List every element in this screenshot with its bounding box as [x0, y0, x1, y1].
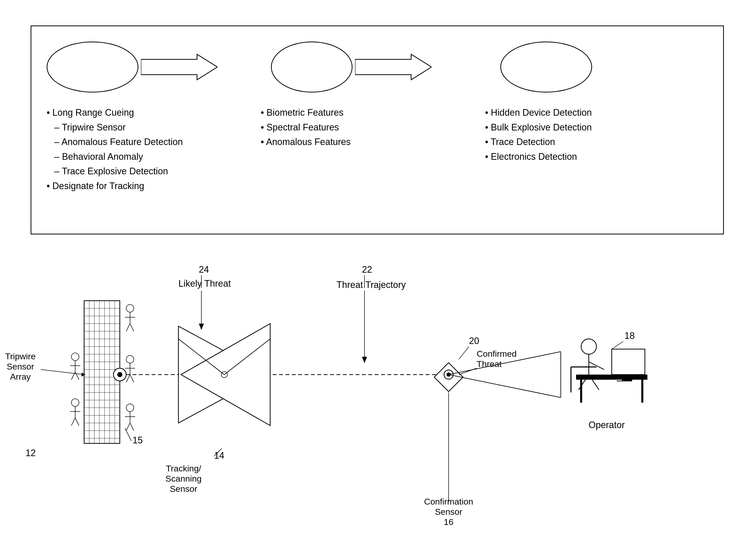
ref-12-label: 12: [26, 448, 36, 458]
bottom-diagram: 15 14 Tracking/ Scanning Sensor 20: [0, 250, 756, 555]
likely-threat-label: Likely Threat: [178, 278, 231, 289]
diagram-svg: 15 14 Tracking/ Scanning Sensor 20: [0, 250, 756, 555]
col2-item-1: Biometric Features: [261, 105, 429, 120]
svg-line-90: [459, 368, 477, 375]
svg-point-37: [126, 355, 134, 363]
ref-15-label: 15: [132, 435, 143, 445]
col3-item-4: Electronics Detection: [485, 149, 694, 164]
svg-line-83: [612, 341, 623, 349]
svg-line-51: [130, 423, 134, 431]
node-track-scan: [271, 42, 352, 92]
svg-line-50: [126, 423, 130, 431]
svg-line-40: [126, 375, 130, 382]
col1-item-4: Behavioral Anomaly: [47, 149, 240, 164]
threat-trajectory-label: Threat Trajectory: [336, 280, 406, 290]
col3-item-1: Hidden Device Detection: [485, 105, 694, 120]
confirmation-sensor-label2: Sensor: [435, 507, 462, 516]
svg-rect-74: [622, 375, 632, 381]
svg-point-76: [581, 339, 596, 354]
svg-line-65: [459, 347, 469, 359]
ref-16-label: 16: [444, 517, 454, 527]
ref-22-label: 22: [362, 264, 372, 275]
col1-item-3: Anomalous Feature Detection: [47, 134, 240, 149]
tripwire-label2: Sensor: [7, 361, 34, 371]
svg-line-31: [130, 324, 134, 331]
svg-rect-73: [612, 349, 645, 375]
svg-line-41: [130, 375, 134, 382]
col2-item-2: Spectral Features: [261, 120, 429, 135]
svg-marker-89: [199, 324, 204, 330]
svg-point-32: [71, 353, 79, 360]
svg-marker-86: [362, 357, 367, 363]
col1-item-5: Trace Explosive Detection: [47, 164, 240, 179]
svg-line-46: [75, 418, 79, 426]
tripwire-label3: Array: [10, 372, 31, 381]
col1-item-2: Tripwire Sensor: [47, 120, 240, 135]
col3-bullets: Hidden Device Detection Bulk Explosive D…: [485, 105, 694, 164]
ref-18-label: 18: [625, 331, 635, 341]
ref-24-label: 24: [199, 264, 209, 275]
tripwire-label: Tripwire: [5, 351, 36, 361]
svg-line-78: [589, 362, 604, 370]
node-early-warning-cue: [47, 42, 138, 92]
col1-bullets: Long Range Cueing Tripwire Sensor Anomal…: [47, 105, 240, 194]
svg-line-45: [71, 418, 75, 426]
svg-line-30: [126, 324, 130, 331]
col3-item-3: Trace Detection: [485, 134, 694, 149]
svg-marker-0: [141, 54, 217, 80]
top-diagram-box: Long Range Cueing Tripwire Sensor Anomal…: [31, 26, 724, 234]
ref-20-label: 20: [469, 336, 479, 346]
tracking-scanning-label: Tracking/: [166, 464, 201, 473]
operator-label: Operator: [589, 420, 625, 430]
col2-item-3: Anomalous Features: [261, 134, 429, 149]
svg-line-36: [75, 372, 79, 380]
col2-bullets: Biometric Features Spectral Features Ano…: [261, 105, 429, 149]
svg-line-66: [449, 375, 561, 397]
svg-line-91: [41, 370, 84, 375]
tracking-scanning-label2: Scanning: [165, 474, 202, 483]
confirmed-threat-label: Confirmed: [477, 349, 517, 358]
col1-item-1: Long Range Cueing: [47, 105, 240, 120]
svg-point-42: [71, 399, 79, 407]
svg-marker-1: [355, 54, 431, 80]
col3-item-2: Bulk Explosive Detection: [485, 120, 694, 135]
svg-point-53: [117, 372, 122, 377]
col1-item-6: Designate for Tracking: [47, 179, 240, 194]
svg-line-54: [125, 428, 131, 441]
ref-14-label: 14: [214, 450, 224, 461]
confirmed-threat-label2: Threat: [477, 359, 502, 369]
svg-point-47: [126, 404, 134, 412]
tracking-scanning-label3: Sensor: [170, 484, 197, 494]
node-confirmation: [500, 42, 592, 92]
svg-point-27: [126, 304, 134, 312]
